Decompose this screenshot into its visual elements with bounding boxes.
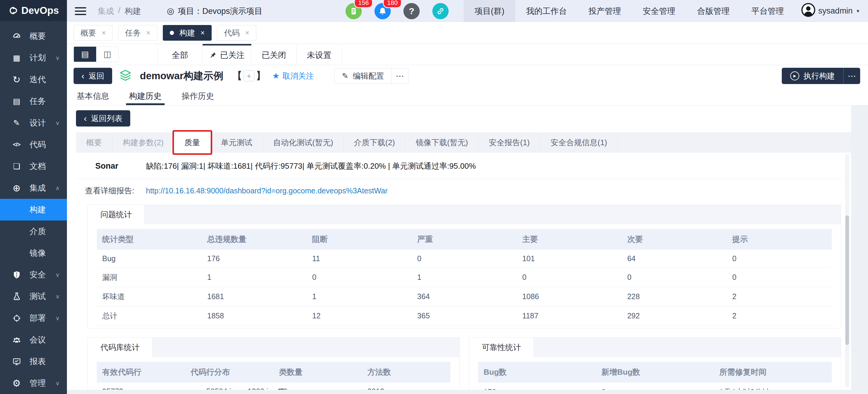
sidebar-item[interactable]: ⊕集成∧ xyxy=(0,177,67,199)
sidebar-item[interactable]: ❏文档 xyxy=(0,156,67,177)
filter-option[interactable]: 已关闭 xyxy=(251,44,297,65)
sidebar-item[interactable]: 会议 xyxy=(0,329,67,351)
active-dot-icon xyxy=(170,31,174,35)
integration-icon: ⊕ xyxy=(10,183,23,194)
quality-tab[interactable]: 安全报告(1) xyxy=(478,133,540,152)
deploy-icon xyxy=(10,314,23,323)
test-icon xyxy=(10,292,23,301)
sidebar-item[interactable]: ▤任务 xyxy=(0,90,67,112)
sidebar-item[interactable]: 部署∨ xyxy=(0,307,67,329)
quality-tab[interactable]: 自动化测试(暂无) xyxy=(263,133,344,152)
quality-tab[interactable]: 质量 xyxy=(174,133,211,152)
breadcrumb-separator: / xyxy=(118,6,121,17)
card-title-tab: 可靠性统计 xyxy=(469,338,534,357)
quality-tab[interactable]: 介质下载(2) xyxy=(344,133,405,152)
filter-option-label: 已关闭 xyxy=(262,50,286,61)
eye-icon: ◎ xyxy=(167,6,174,16)
view-toggle: ▤ ◫ xyxy=(73,46,119,62)
sidebar-item[interactable]: ▦计划∨ xyxy=(0,47,67,69)
sidebar-item[interactable]: ⚙管理∨ xyxy=(0,372,67,394)
sidebar-item[interactable]: 安全∨ xyxy=(0,264,67,286)
sidebar-item-label: 迭代 xyxy=(30,74,63,85)
page-tab-chip[interactable]: 任务× xyxy=(118,25,157,41)
page-tab-chip[interactable]: 构建× xyxy=(163,25,212,41)
page-tab-label: 代码 xyxy=(224,28,240,38)
chevron-down-icon: ∨ xyxy=(56,293,60,300)
pencil-icon: ✎ xyxy=(342,71,348,81)
notifications-button[interactable]: 180 xyxy=(374,3,391,19)
card-title-tab: 代码库统计 xyxy=(88,338,153,357)
close-icon[interactable]: × xyxy=(102,29,106,37)
detail-tab[interactable]: 操作历史 xyxy=(182,87,214,105)
breadcrumb-parent[interactable]: 集成 xyxy=(98,6,114,17)
run-build-button[interactable]: ▶执行构建 xyxy=(782,68,843,84)
hamburger-menu-icon[interactable] xyxy=(75,5,86,17)
report-link[interactable]: http://10.16.16.48:9000/dashboard?id=org… xyxy=(146,187,388,195)
design-icon: ✎ xyxy=(10,119,23,128)
report-icon xyxy=(10,357,23,366)
scrollbar-track[interactable] xyxy=(845,154,849,387)
close-icon[interactable]: × xyxy=(245,29,249,37)
sonar-summary-row: Sonar 缺陷:176| 漏洞:1| 坏味道:1681| 代码行:95773|… xyxy=(76,153,851,178)
sidebar-item[interactable]: ✎设计∨ xyxy=(0,112,67,134)
close-icon[interactable]: × xyxy=(200,29,205,37)
sidebar-item-label: 计划 xyxy=(30,53,56,63)
topnav-item[interactable]: 我的工作台 xyxy=(515,0,578,22)
edit-more-button[interactable]: ⋯ xyxy=(391,68,408,84)
edit-config-button[interactable]: ✎编辑配置 xyxy=(335,68,391,84)
filter-option[interactable]: 已关注 xyxy=(203,44,251,65)
topnav-item[interactable]: 安全管理 xyxy=(632,0,686,22)
sidebar-item[interactable]: 报表 xyxy=(0,351,67,372)
filter-option[interactable]: 未设置 xyxy=(297,44,342,65)
page-tab-chip[interactable]: 代码× xyxy=(217,25,256,41)
sidebar-item[interactable]: 概要 xyxy=(0,25,67,47)
quality-tab[interactable]: 安全合规信息(1) xyxy=(540,133,618,152)
sidebar-item[interactable]: 介质 xyxy=(0,221,67,242)
table-cell: 364 xyxy=(412,287,517,306)
table-cell: 0 xyxy=(412,250,517,268)
todo-button[interactable]: 156 xyxy=(345,3,362,19)
filter-option-label: 全部 xyxy=(172,50,188,61)
sidebar-item[interactable]: </>代码 xyxy=(0,134,67,156)
topnav-item[interactable]: 合版管理 xyxy=(686,0,741,22)
sidebar-item[interactable]: 镜像 xyxy=(0,242,67,264)
detail-tab[interactable]: 构建历史 xyxy=(129,87,162,105)
sidebar-item[interactable]: 构建 xyxy=(0,199,67,221)
unfollow-button[interactable]: ★取消关注 xyxy=(272,71,314,81)
quality-tab[interactable]: 镜像下载(暂无) xyxy=(405,133,478,152)
table-cell: 0 xyxy=(307,268,412,287)
table-row: 17601天4小时2分钟 xyxy=(478,383,832,390)
column-header: 提示 xyxy=(727,229,832,250)
chevron-left-icon: ‹ xyxy=(84,114,87,123)
sidebar-item[interactable]: 测试∨ xyxy=(0,286,67,307)
quality-tab[interactable]: 构建参数(2) xyxy=(113,133,174,152)
board-view-button[interactable]: ◫ xyxy=(96,47,119,62)
back-button[interactable]: ‹返回 xyxy=(73,68,112,84)
topnav-item[interactable]: 投产管理 xyxy=(578,0,632,22)
table-row: 95773css=50504;java=1200;js=42...263913 xyxy=(97,383,451,390)
filter-option[interactable]: 全部 xyxy=(157,44,203,65)
page-tab-label: 任务 xyxy=(125,28,141,38)
user-menu[interactable]: sysadmin ▼ xyxy=(795,3,868,19)
topnav-item[interactable]: 项目(群) xyxy=(464,0,515,22)
table-cell: css=50504;java=1200;js=42... xyxy=(185,383,274,390)
add-button[interactable]: + xyxy=(244,70,254,81)
topnav-item[interactable]: 平台管理 xyxy=(741,0,795,22)
quality-tab[interactable]: 单元测试 xyxy=(211,133,263,152)
page-tab-chip[interactable]: 概要× xyxy=(73,25,113,41)
scrollbar-thumb[interactable] xyxy=(845,216,849,345)
code-icon: </> xyxy=(10,141,23,148)
links-button[interactable] xyxy=(432,3,448,19)
tasks-icon: ▤ xyxy=(10,97,23,106)
help-button[interactable]: ? xyxy=(403,3,420,19)
detail-tab[interactable]: 基本信息 xyxy=(76,87,109,105)
run-more-button[interactable]: ⋯ xyxy=(843,68,860,84)
sidebar-item[interactable]: ↻迭代 xyxy=(0,69,67,90)
page-title: demowar构建示例 xyxy=(140,69,223,83)
close-icon[interactable]: × xyxy=(146,29,150,37)
list-view-button[interactable]: ▤ xyxy=(74,47,96,62)
back-to-list-button[interactable]: ‹返回列表 xyxy=(76,110,130,127)
sidebar-item-label: 报表 xyxy=(30,356,63,367)
quality-tab[interactable]: 概要 xyxy=(76,133,113,152)
sidebar-item-label: 测试 xyxy=(30,291,56,302)
